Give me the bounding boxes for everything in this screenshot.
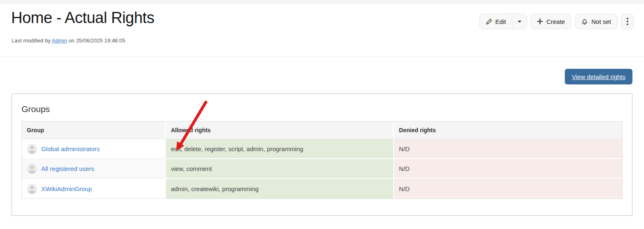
groups-rights-table: Group Allowed rights Denied rights Globa… — [21, 121, 623, 199]
header-divider — [0, 56, 644, 57]
group-link[interactable]: Global administrators — [41, 145, 100, 152]
edit-split-button: Edit — [479, 14, 528, 29]
column-header-allowed-rights: Allowed rights — [166, 122, 394, 139]
last-modified-prefix: Last modified by — [12, 37, 51, 44]
more-actions-button[interactable] — [621, 14, 634, 29]
edit-button[interactable]: Edit — [480, 14, 512, 29]
top-navigation-strip — [0, 0, 644, 3]
groups-heading: Groups — [21, 104, 623, 114]
table-row: XWikiAdminGroup admin, createwiki, progr… — [22, 179, 622, 199]
bell-icon — [581, 18, 588, 25]
user-avatar-icon — [27, 144, 37, 154]
allowed-rights-cell: admin, createwiki, programming — [166, 179, 394, 199]
table-header-row: Group Allowed rights Denied rights — [22, 122, 622, 139]
create-button-label: Create — [546, 18, 565, 25]
user-avatar-icon — [27, 164, 37, 174]
page-actions-toolbar: Edit Create Not set — [479, 14, 634, 29]
pencil-icon — [486, 19, 492, 25]
last-modified-user-link[interactable]: Admin — [52, 37, 67, 44]
denied-rights-cell: N/D — [394, 159, 622, 179]
page-title: Home - Actual Rights — [11, 9, 154, 27]
last-modified-line: Last modified by Admin on 25/06/2025 19:… — [12, 37, 125, 44]
last-modified-suffix: on 25/06/2025 19:46:05 — [68, 37, 125, 44]
allowed-rights-cell: edit, delete, register, script, admin, p… — [166, 139, 394, 159]
create-button[interactable]: Create — [531, 14, 571, 29]
edit-button-label: Edit — [495, 18, 506, 25]
notification-status-label: Not set — [591, 18, 611, 25]
allowed-rights-cell: view, comment — [166, 159, 394, 179]
notification-status-button[interactable]: Not set — [575, 14, 618, 29]
groups-panel: Groups Group Allowed rights Denied right… — [12, 93, 632, 216]
column-header-denied-rights: Denied rights — [394, 122, 622, 139]
table-row: Global administrators edit, delete, regi… — [22, 139, 622, 159]
edit-dropdown-toggle[interactable] — [512, 14, 527, 29]
group-cell: All registered users — [22, 159, 166, 179]
table-row: All registered users view, comment N/D — [22, 159, 622, 179]
kebab-menu-icon — [627, 18, 628, 25]
user-avatar-icon — [27, 184, 37, 194]
chevron-down-icon — [517, 20, 522, 23]
denied-rights-cell: N/D — [394, 179, 622, 199]
column-header-group: Group — [22, 122, 166, 139]
group-cell: XWikiAdminGroup — [22, 179, 166, 199]
plus-icon — [537, 19, 543, 24]
view-detailed-rights-button[interactable]: View detailed rights — [565, 69, 632, 84]
group-link[interactable]: XWikiAdminGroup — [41, 185, 92, 192]
denied-rights-cell: N/D — [394, 139, 622, 159]
group-cell: Global administrators — [22, 139, 166, 159]
group-link[interactable]: All registered users — [41, 165, 94, 172]
